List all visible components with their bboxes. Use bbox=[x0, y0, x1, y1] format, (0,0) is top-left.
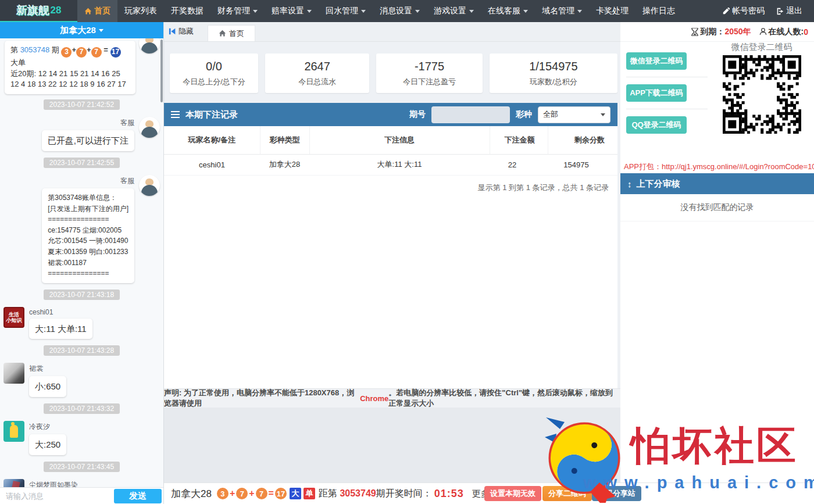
qr-code: 微信登录二维码 bbox=[718, 42, 805, 134]
account-password-button[interactable]: 帐号密码 bbox=[717, 6, 770, 16]
chevron-down-icon bbox=[99, 29, 103, 32]
qr-button-column: 微信登录二维码 APP下载二维码 QQ登录二维码 bbox=[626, 52, 711, 134]
room-selector[interactable]: 加拿大28 bbox=[0, 22, 163, 38]
qr-title: 微信登录二维码 bbox=[718, 42, 805, 53]
nav-item-online-service[interactable]: 在线客服 bbox=[481, 0, 535, 22]
chat-timestamp: 2023-10-07 21:42:52 bbox=[0, 99, 163, 110]
table-row: ceshi01 加拿大28 大单:11 大:11 22 154975 bbox=[164, 154, 617, 175]
issue-number: 3053748 bbox=[20, 45, 50, 54]
send-button[interactable]: 发送 bbox=[114, 489, 162, 503]
stat-card-players: 1/154975 玩家数/总积分 bbox=[490, 53, 617, 93]
divider bbox=[626, 109, 708, 109]
issue-input[interactable] bbox=[431, 106, 510, 123]
source-share-button[interactable]: 源码分享站 bbox=[592, 486, 641, 501]
chevron-down-icon bbox=[469, 10, 474, 13]
nav-item-card-prize[interactable]: 卡奖处理 bbox=[589, 0, 636, 22]
up-down-arrows-icon: ↕ bbox=[627, 179, 632, 189]
resolution-notice: 声明: 为了正常使用，电脑分辨率不能低于1280X768，浏览器请使用Chrom… bbox=[164, 388, 620, 408]
lottery-sum-ball: 17 bbox=[275, 488, 287, 499]
chat-sidebar: 加拿大28 第 3053748 期 3+7+7 = 17 大单 近20期: 12… bbox=[0, 22, 164, 504]
menu-icon bbox=[171, 114, 180, 115]
chat-message-service: 客服 第3053748账单信息： [只发送上期有下注的用户] =========… bbox=[3, 175, 160, 283]
chevron-down-icon bbox=[601, 113, 605, 116]
nav-item-players[interactable]: 玩家列表 bbox=[117, 0, 164, 22]
nav-right-group: 帐号密码 退出 bbox=[717, 0, 814, 22]
message-bubble: 大:250 bbox=[29, 434, 66, 455]
message-bubble: 大:11 大单:11 bbox=[29, 319, 92, 339]
history-numbers: 近20期: 12 14 21 15 21 14 16 25 12 4 18 13… bbox=[10, 69, 130, 91]
collapse-icon bbox=[169, 27, 177, 35]
audit-panel-header: ↕ 上下分审核 bbox=[620, 173, 814, 194]
bet-filter-controls: 期号 彩种 全部 bbox=[404, 106, 610, 123]
logout-button[interactable]: 退出 bbox=[770, 6, 808, 16]
qq-qr-button[interactable]: QQ登录二维码 bbox=[626, 116, 687, 134]
chat-timestamp: 2023-10-07 21:43:18 bbox=[0, 289, 163, 300]
chat-scrollbar[interactable] bbox=[160, 40, 163, 102]
single-badge: 单 bbox=[304, 488, 315, 499]
sender-name: 客服 bbox=[120, 176, 134, 186]
chat-message-list: 第 3053748 期 3+7+7 = 17 大单 近20期: 12 14 21… bbox=[0, 38, 163, 487]
message-bubble: 小:650 bbox=[29, 376, 66, 397]
share-button[interactable]: 分享二维码 bbox=[542, 486, 592, 501]
person-icon bbox=[759, 28, 767, 35]
avatar: 生活小知识 bbox=[3, 307, 24, 328]
chevron-down-icon bbox=[253, 10, 258, 13]
message-bubble: 第3053748账单信息： [只发送上期有下注的用户] ============… bbox=[42, 188, 134, 283]
avatar bbox=[3, 479, 24, 487]
hide-sidebar-button[interactable]: 隐藏 bbox=[164, 22, 198, 41]
chat-message-player: 冷夜汐 大:250 bbox=[3, 421, 160, 455]
nav-item-rebate[interactable]: 回水管理 bbox=[319, 0, 373, 22]
chevron-down-icon bbox=[361, 10, 366, 13]
right-panel: 到期： 2050年 在线人数: 0 微信登录二维码 APP下载二维码 QQ登录二… bbox=[620, 22, 814, 504]
tab-home[interactable]: 首页 bbox=[208, 25, 255, 41]
qr-canvas bbox=[723, 55, 801, 134]
chevron-down-icon bbox=[307, 10, 312, 13]
countdown-text: 距第 3053749期开奖时间： bbox=[319, 488, 432, 500]
nav-item-home[interactable]: 首页 bbox=[77, 0, 117, 22]
nav-item-draw-data[interactable]: 开奖数据 bbox=[164, 0, 210, 22]
big-badge: 大 bbox=[290, 488, 301, 499]
app-pack-link[interactable]: APP打包：http://qj1.ymscg.online/#/Login?ro… bbox=[620, 162, 814, 172]
lottery-ball: 7 bbox=[256, 488, 267, 499]
expire-info: 到期： 2050年 bbox=[691, 27, 751, 37]
bet-records-panel: 本期下注记录 期号 彩种 全部 玩家名称/备注 彩种类型 下注信息 下注金额 bbox=[164, 103, 617, 388]
lottery-select[interactable]: 全部 bbox=[538, 106, 610, 123]
nav-item-finance[interactable]: 财务管理 bbox=[210, 0, 265, 22]
chat-message-input[interactable] bbox=[0, 492, 114, 501]
avatar bbox=[139, 38, 160, 53]
room-title: 加拿大28 bbox=[60, 25, 96, 36]
set-invalid-button[interactable]: 设置本期无效 bbox=[484, 486, 541, 501]
lottery-ball: 3 bbox=[61, 47, 72, 58]
next-issue-number: 3053749 bbox=[340, 488, 376, 498]
result-bubble: 第 3053748 期 3+7+7 = 17 大单 近20期: 12 14 21… bbox=[5, 41, 135, 94]
chat-timestamp: 2023-10-07 21:43:32 bbox=[0, 403, 163, 414]
nav-item-game-settings[interactable]: 游戏设置 bbox=[427, 0, 481, 22]
edit-icon bbox=[723, 8, 730, 15]
lottery-ball: 3 bbox=[217, 488, 229, 499]
wechat-qr-button[interactable]: 微信登录二维码 bbox=[626, 52, 687, 70]
game-name: 加拿大28 bbox=[171, 487, 212, 501]
stat-card-turnover: 2647 今日总流水 bbox=[265, 53, 369, 93]
sender-name: 尘烟梦雨如墨染 bbox=[29, 480, 78, 487]
app-download-qr-button[interactable]: APP下载二维码 bbox=[626, 84, 687, 102]
nav-item-label: 首页 bbox=[94, 6, 110, 16]
chevron-down-icon bbox=[577, 10, 582, 13]
countdown-timer: 01:53 bbox=[434, 488, 464, 500]
logo-text: 新旗舰 bbox=[16, 3, 49, 18]
avatar bbox=[3, 363, 24, 384]
stats-row: 0/0 今日总上分/总下分 2647 今日总流水 -1775 今日下注总盈亏 1… bbox=[170, 53, 617, 93]
chat-result-message: 第 3053748 期 3+7+7 = 17 大单 近20期: 12 14 21… bbox=[5, 41, 160, 94]
nav-item-domain[interactable]: 域名管理 bbox=[535, 0, 589, 22]
qr-section: 微信登录二维码 APP下载二维码 QQ登录二维码 微信登录二维码 APP打包：h… bbox=[620, 42, 814, 48]
bet-records-table: 玩家名称/备注 彩种类型 下注信息 下注金额 剩余分数 ceshi01 加拿大2… bbox=[164, 126, 617, 176]
chevron-down-icon bbox=[415, 10, 420, 13]
nav-item-message[interactable]: 消息设置 bbox=[373, 0, 427, 22]
avatar bbox=[139, 175, 160, 196]
app-logo: 新旗舰 28 bbox=[0, 0, 77, 22]
status-strip: 到期： 2050年 在线人数: 0 bbox=[620, 22, 814, 42]
sender-name: ceshi01 bbox=[29, 308, 53, 316]
chat-timestamp: 2023-10-07 21:43:28 bbox=[0, 345, 163, 356]
nav-item-logs[interactable]: 操作日志 bbox=[636, 0, 682, 22]
nav-item-odds[interactable]: 赔率设置 bbox=[265, 0, 319, 22]
main-lower-area bbox=[164, 408, 620, 482]
